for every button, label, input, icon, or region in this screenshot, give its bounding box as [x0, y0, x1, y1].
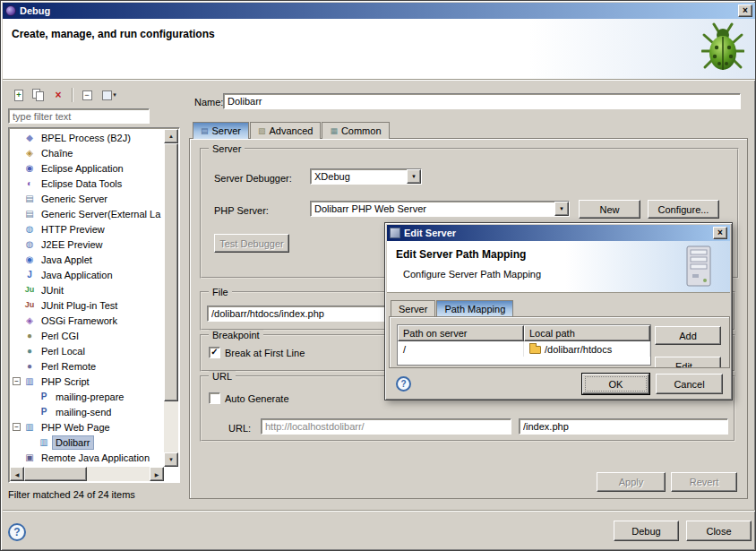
tree-item[interactable]: − Ju JUnit	[10, 282, 163, 297]
tab-advanced[interactable]: ▧ Advanced	[250, 122, 321, 139]
edit-mapping-button[interactable]: Edit...	[655, 357, 721, 368]
path-mapping-row[interactable]: / /dolibarr/htdocs	[398, 341, 650, 357]
view-menu-icon	[102, 90, 112, 100]
config-tree: − ◆ BPEL Process (B2J) − ◈ Chaîne − ◉ Ec…	[10, 130, 163, 467]
scroll-down-icon[interactable]: ▼	[164, 452, 178, 467]
tree-item-label: JUnit Plug-in Test	[39, 299, 120, 312]
delete-config-button[interactable]: ×	[49, 86, 67, 104]
expander-icon[interactable]: −	[13, 377, 21, 385]
close-button[interactable]: Close	[686, 521, 752, 541]
tree-item-label: mailing-send	[53, 406, 114, 418]
tree-item[interactable]: − J Java Application	[10, 267, 163, 282]
dialog-close-icon[interactable]: ×	[713, 227, 727, 239]
tree-item[interactable]: − ◍ HTTP Preview	[10, 221, 163, 237]
tree-item-label: PHP Script	[39, 375, 92, 388]
file-group-label: File	[209, 287, 232, 297]
dialog-tab-server[interactable]: Server	[391, 300, 435, 316]
close-icon[interactable]: ×	[738, 4, 752, 17]
name-input[interactable]	[223, 93, 741, 109]
server-debugger-label: Server Debugger:	[214, 173, 292, 184]
dropdown-icon[interactable]: ▼	[554, 202, 569, 216]
tab-server-label: Server	[212, 125, 241, 136]
tree-item-label: Chaîne	[39, 147, 75, 159]
dropdown-icon[interactable]: ▼	[407, 169, 421, 184]
tree-item[interactable]: − ◐ Eclipse Data Tools	[10, 176, 163, 191]
scroll-left-icon[interactable]: ◀	[10, 467, 24, 481]
config-type-icon: ◆	[23, 133, 36, 142]
table-header: Path on server Local path	[398, 325, 650, 341]
config-type-icon: ▥	[38, 438, 50, 447]
config-type-icon: J	[23, 271, 36, 280]
config-type-icon: ▤	[23, 210, 36, 219]
filter-status: Filter matched 24 of 24 items	[8, 489, 135, 500]
config-type-icon: Ju	[23, 286, 36, 294]
footer-separator	[3, 510, 755, 512]
base-url-input	[261, 418, 511, 435]
tab-server[interactable]: ▤ Server	[193, 122, 249, 139]
expander-icon[interactable]: −	[13, 423, 21, 431]
tree-horizontal-scrollbar[interactable]: ◀ ▶	[10, 467, 164, 481]
collapse-all-button[interactable]: −	[78, 86, 96, 104]
scroll-right-icon[interactable]: ▶	[150, 467, 164, 481]
edit-server-dialog: Edit Server × Edit Server Path Mapping C…	[384, 222, 733, 400]
tree-item[interactable]: − Ju JUnit Plug-in Test	[10, 297, 163, 313]
tree-item[interactable]: − P mailing-send	[10, 404, 163, 419]
window-title: Debug	[20, 5, 50, 16]
config-type-icon: ▥	[23, 377, 36, 386]
tree-item[interactable]: − ▥ PHP Script	[10, 374, 163, 389]
dialog-help-icon[interactable]: ?	[396, 376, 411, 392]
tree-item[interactable]: − ◉ Eclipse Application	[10, 160, 163, 176]
php-server-combo[interactable]: Dolibarr PHP Web Server ▼	[310, 201, 570, 217]
dialog-tabs: Server Path Mapping	[391, 300, 514, 316]
tree-item-label: Generic Server	[39, 193, 110, 205]
add-mapping-button[interactable]: Add	[655, 326, 721, 345]
duplicate-config-button[interactable]	[30, 86, 47, 104]
config-type-icon: ●	[23, 331, 36, 340]
config-type-icon: ▣	[23, 453, 36, 462]
filter-input[interactable]	[8, 108, 150, 124]
config-type-icon: ◍	[23, 225, 36, 234]
tree-item[interactable]: − ● Perl CGI	[10, 328, 163, 343]
horizontal-scrollbar-thumb[interactable]	[24, 467, 87, 481]
tab-common[interactable]: ▦ Common	[322, 122, 389, 139]
column-path-on-server[interactable]: Path on server	[398, 325, 524, 341]
tree-item[interactable]: − P mailing-prepare	[10, 389, 163, 404]
ok-button[interactable]: OK	[582, 374, 649, 394]
scroll-up-icon[interactable]: ▲	[164, 129, 178, 143]
tree-item[interactable]: − ▥ PHP Web Page	[10, 419, 163, 435]
tree-item[interactable]: − ◈ OSGi Framework	[10, 313, 163, 328]
cancel-button[interactable]: Cancel	[656, 374, 723, 394]
auto-generate-checkbox[interactable]	[209, 392, 220, 404]
tree-item[interactable]: − ◆ BPEL Process (B2J)	[10, 130, 163, 145]
tree-vertical-scrollbar[interactable]: ▲ ▼	[164, 129, 178, 467]
tree-item[interactable]: − ● Perl Local	[10, 343, 163, 358]
bug-icon	[701, 22, 744, 73]
main-tabs: ▤ Server ▧ Advanced ▦ Common	[193, 122, 391, 139]
dialog-header-subtitle: Configure Server Path Mapping	[403, 269, 541, 280]
tree-item[interactable]: − ◍ J2EE Preview	[10, 237, 163, 252]
new-config-button[interactable]: +	[10, 86, 28, 104]
tree-item[interactable]: − ▥ Dolibarr	[10, 435, 163, 450]
tree-item[interactable]: − ◉ Java Applet	[10, 252, 163, 267]
dialog-tab-path-mapping[interactable]: Path Mapping	[436, 300, 513, 316]
server-debugger-combo[interactable]: XDebug ▼	[310, 168, 422, 185]
path-url-input[interactable]	[519, 418, 728, 435]
tree-item-label: Generic Server(External La	[39, 208, 163, 220]
tree-item-label: JUnit	[39, 284, 66, 297]
tree-item[interactable]: − ◈ Chaîne	[10, 145, 163, 160]
tree-item[interactable]: − ▤ Generic Server	[10, 191, 163, 206]
column-local-path[interactable]: Local path	[524, 325, 650, 341]
configure-server-button[interactable]: Configure...	[648, 200, 719, 219]
tree-item[interactable]: − ▤ Generic Server(External La	[10, 206, 163, 221]
config-type-icon: ●	[23, 362, 36, 371]
config-type-icon: ◈	[23, 316, 36, 325]
new-server-button[interactable]: New	[579, 200, 640, 219]
break-first-line-checkbox[interactable]: ✓	[209, 347, 220, 358]
view-menu-button[interactable]: ▾	[98, 86, 121, 104]
vertical-scrollbar-thumb[interactable]	[164, 143, 178, 401]
help-icon[interactable]: ?	[8, 523, 26, 541]
tree-item[interactable]: − ● Perl Remote	[10, 358, 163, 374]
tree-item[interactable]: − ▣ Remote Java Application	[10, 450, 163, 465]
debug-button[interactable]: Debug	[614, 521, 679, 541]
break-first-line-label: Break at First Line	[225, 348, 305, 358]
